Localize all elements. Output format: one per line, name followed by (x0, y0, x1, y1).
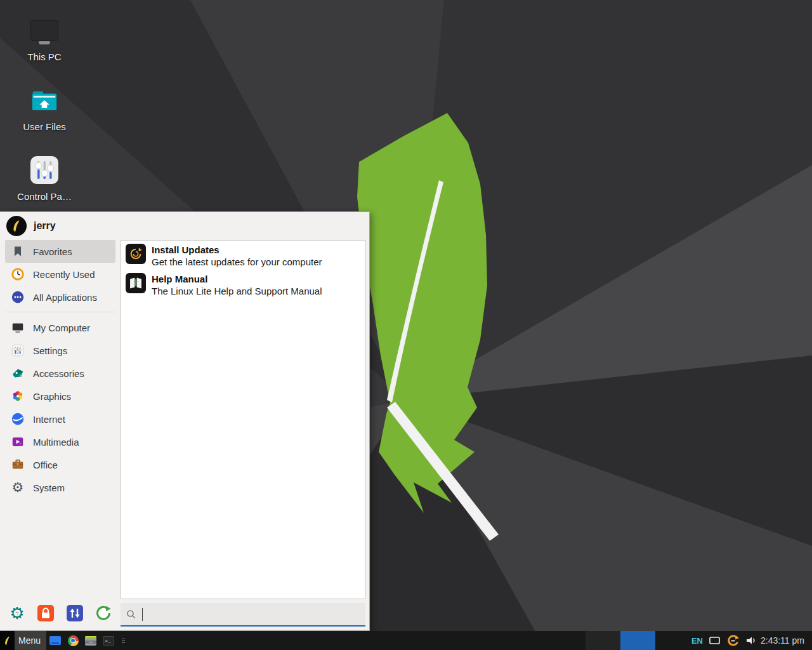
log-out-icon (95, 605, 112, 621)
switch-user-button[interactable] (67, 605, 83, 621)
app-item-help-manual[interactable]: Help Manual The Linux Lite Help and Supp… (121, 270, 365, 299)
lock-screen-icon (37, 605, 54, 621)
sidebar-item-label: Accessories (33, 368, 84, 379)
sidebar-item-label: Graphics (33, 391, 71, 402)
taskbar-clock[interactable]: 2:43:11 pm (757, 635, 812, 646)
app-item-title: Install Updates (152, 244, 322, 256)
username: jerry (34, 220, 56, 232)
settings-manager-button[interactable]: ⚙ (9, 605, 25, 621)
switch-user-icon (67, 605, 83, 621)
workspace-1[interactable] (586, 631, 620, 650)
settings-sliders-icon (10, 343, 25, 358)
chrome-launcher[interactable] (64, 631, 82, 650)
desktop-icon-user-files[interactable]: User Files (10, 85, 79, 132)
blue-window-icon (49, 636, 61, 645)
sidebar-item-label: Recently Used (33, 269, 95, 280)
file-cabinet-icon (85, 636, 96, 646)
sidebar-item-settings[interactable]: Settings (5, 339, 115, 362)
sidebar-item-all-applications[interactable]: All Applications (5, 286, 115, 308)
menu-action-buttons: ⚙ (0, 601, 121, 625)
menu-sidebar: Favorites Recently Used All Applications (0, 240, 121, 596)
sidebar-item-label: System (33, 482, 65, 493)
sidebar-item-graphics[interactable]: Graphics (5, 385, 115, 408)
taskbar-menu-button[interactable]: Menu (0, 631, 46, 650)
sidebar-item-favorites[interactable]: Favorites (5, 240, 115, 263)
desktop-icon-control-panel[interactable]: Control Pa… (10, 155, 79, 202)
control-panel-icon (29, 155, 60, 185)
clock-icon (10, 267, 25, 282)
sidebar-item-label: Office (33, 460, 58, 470)
system-gear-icon: ⚙ (10, 480, 25, 495)
sidebar-item-accessories[interactable]: Accessories (5, 362, 115, 385)
sidebar-item-my-computer[interactable]: My Computer (5, 316, 115, 339)
app-item-install-updates[interactable]: Install Updates Get the latest updates f… (121, 241, 365, 270)
user-avatar[interactable] (6, 216, 27, 236)
search-icon (126, 609, 136, 620)
computer-icon (29, 15, 60, 46)
graphics-icon (10, 388, 25, 404)
wrench-icon (13, 609, 21, 617)
help-manual-icon (126, 273, 146, 293)
all-apps-icon (10, 289, 25, 305)
display-icon[interactable] (709, 635, 721, 646)
show-desktop-button[interactable] (46, 631, 64, 650)
internet-globe-icon (10, 411, 25, 427)
bookmark-icon (10, 244, 25, 259)
sidebar-item-label: All Applications (33, 292, 97, 303)
terminal-icon: >_ (103, 636, 114, 646)
app-item-subtitle: Get the latest updates for your computer (152, 256, 322, 268)
sidebar-separator (5, 312, 115, 312)
linux-lite-feather-icon (0, 631, 15, 650)
desktop-icon-label: User Files (10, 121, 79, 132)
accessories-icon (10, 366, 25, 381)
sidebar-item-label: Settings (33, 345, 67, 356)
computer-icon (10, 320, 25, 335)
window-list-handle[interactable] (119, 631, 127, 650)
chrome-icon (68, 635, 79, 646)
sidebar-item-internet[interactable]: Internet (5, 408, 115, 430)
file-manager-launcher[interactable] (82, 631, 100, 650)
linux-lite-feather-icon (10, 220, 23, 232)
menu-header: jerry (0, 212, 369, 240)
app-item-subtitle: The Linux Lite Help and Support Manual (152, 285, 322, 297)
text-cursor (142, 608, 143, 621)
menu-search-field[interactable] (121, 603, 365, 627)
volume-icon[interactable] (745, 635, 757, 646)
desktop-icon-label: This PC (10, 51, 79, 62)
lock-screen-button[interactable] (37, 605, 54, 621)
app-item-title: Help Manual (152, 273, 322, 285)
system-tray: EN (655, 634, 757, 647)
menu-button-label: Menu (15, 635, 46, 646)
sidebar-item-multimedia[interactable]: ♪ Multimedia (5, 430, 115, 453)
multimedia-icon: ♪ (10, 434, 25, 449)
terminal-launcher[interactable]: >_ (100, 631, 117, 650)
sidebar-item-label: Favorites (33, 246, 72, 257)
desktop-icon-this-pc[interactable]: This PC (10, 15, 79, 62)
sidebar-item-label: Internet (33, 414, 65, 425)
workspace-2[interactable] (620, 631, 655, 650)
install-updates-icon (126, 244, 146, 264)
sidebar-item-system[interactable]: ⚙ System (5, 476, 115, 499)
svg-text:♪: ♪ (18, 442, 22, 448)
keyboard-layout-indicator[interactable]: EN (691, 636, 703, 646)
office-briefcase-icon (10, 457, 25, 472)
log-out-button[interactable] (95, 605, 112, 621)
sidebar-item-label: Multimedia (33, 437, 79, 448)
updates-tray-icon[interactable] (726, 634, 740, 647)
desktop-icon-label: Control Pa… (10, 191, 79, 202)
whisker-menu: jerry Favorites Recently Used (0, 211, 370, 631)
sidebar-item-recently-used[interactable]: Recently Used (5, 263, 115, 286)
workspace-pager (586, 631, 655, 650)
sidebar-item-office[interactable]: Office (5, 453, 115, 476)
taskbar: Menu >_ EN (0, 631, 812, 650)
menu-app-list: Install Updates Get the latest updates f… (121, 240, 365, 599)
desktop-root: { "desktop": { "icons": [ { "label": "Th… (0, 0, 812, 650)
home-folder-icon (29, 85, 60, 116)
sidebar-item-label: My Computer (33, 322, 90, 333)
